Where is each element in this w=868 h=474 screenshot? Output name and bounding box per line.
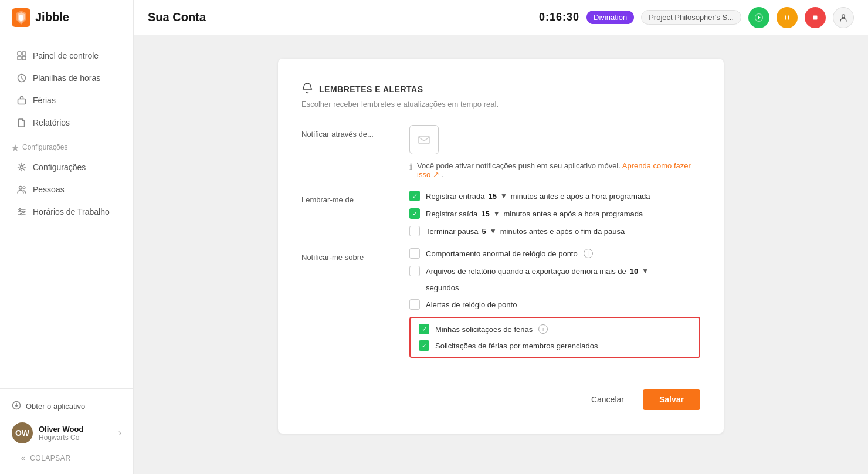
svg-point-19 — [842, 15, 845, 18]
dashboard-label: Painel de controle — [33, 51, 99, 60]
play-button[interactable] — [748, 7, 769, 28]
user-info: Oliver Wood Hogwarts Co — [39, 425, 113, 442]
svg-rect-7 — [18, 99, 26, 104]
notify-about-item-0: Comportamento anormal de relógio de pont… — [409, 248, 700, 259]
push-info-text: Você pode ativar notificações push em se… — [417, 161, 700, 179]
remind-item-1-before: Registrar saída — [426, 209, 477, 218]
briefcase-icon — [16, 95, 27, 106]
user-card[interactable]: OW Oliver Wood Hogwarts Co › — [9, 417, 124, 449]
cancel-button[interactable]: Cancelar — [579, 389, 636, 410]
user-menu-button[interactable] — [833, 7, 854, 28]
timer-display: 0:16:30 — [539, 11, 579, 23]
sidebar: Jibble Painel de controle Planilhas de h… — [0, 0, 134, 474]
jibble-logo-icon — [12, 8, 30, 27]
settings-label: Configurações — [33, 162, 86, 172]
clock-icon — [16, 73, 27, 83]
highlight-box: ✓ Minhas solicitações de férias i ✓ Soli… — [409, 317, 700, 358]
file-icon — [16, 117, 27, 128]
notify-about-item-1-number: 10 — [630, 267, 638, 276]
notify-about-checkbox-1[interactable] — [409, 266, 420, 276]
svg-rect-1 — [19, 15, 23, 21]
svg-rect-2 — [18, 52, 21, 55]
sidebar-item-dashboard[interactable]: Painel de controle — [5, 45, 128, 67]
get-app-label: Obter o aplicativo — [26, 402, 85, 411]
chevron-right-icon: › — [118, 428, 121, 438]
stop-button[interactable] — [805, 7, 826, 28]
highlight-checkbox-0[interactable]: ✓ — [419, 324, 429, 334]
grid-icon — [16, 50, 27, 61]
get-app-link[interactable]: Obter o aplicativo — [9, 396, 124, 417]
settings-icon — [16, 162, 27, 172]
svg-rect-5 — [22, 56, 26, 60]
users-icon — [16, 184, 27, 195]
remind-item-2: Terminar pausa 5 ▼ minutos antes e após … — [409, 226, 700, 236]
notify-about-item-1-before: Arquivos de relatório quando a exportaçã… — [426, 267, 626, 276]
collapse-button[interactable]: « COLAPSAR — [9, 449, 124, 467]
config-section-label: Configurações — [0, 134, 133, 156]
sidebar-item-people[interactable]: Pessoas — [5, 178, 128, 201]
info-icon: ℹ — [409, 162, 412, 171]
svg-rect-3 — [22, 52, 26, 55]
remind-item-1-dropdown[interactable]: ▼ — [493, 209, 500, 218]
svg-point-13 — [21, 214, 22, 215]
sidebar-item-vacations[interactable]: Férias — [5, 89, 128, 111]
project-badge[interactable]: Project Philosopher's S... — [641, 10, 741, 25]
sidebar-item-timesheets[interactable]: Planilhas de horas — [5, 67, 128, 89]
notify-about-checkbox-2[interactable] — [409, 299, 420, 310]
save-button[interactable]: Salvar — [643, 389, 700, 410]
highlight-checkbox-1[interactable]: ✓ — [419, 340, 429, 351]
svg-point-9 — [19, 187, 22, 189]
remind-item-0-number: 15 — [488, 192, 496, 201]
remind-checkbox-1[interactable]: ✓ — [409, 208, 420, 219]
notify-about-label: Notificar-me sobre — [301, 248, 395, 262]
svg-point-8 — [21, 166, 23, 169]
remind-item-1-number: 15 — [481, 209, 489, 218]
remind-checkbox-2[interactable] — [409, 226, 420, 236]
highlight-item-0-label: Minhas solicitações de férias — [435, 325, 533, 334]
remind-item-2-number: 5 — [482, 227, 486, 236]
svg-rect-20 — [419, 136, 429, 144]
svg-rect-4 — [18, 56, 21, 60]
notify-about-item-0-label: Comportamento anormal de relógio de pont… — [426, 249, 578, 258]
content-area: LEMBRETES E ALERTAS Escolher receber lem… — [134, 35, 868, 474]
user-name: Oliver Wood — [39, 425, 113, 434]
remind-item-2-dropdown[interactable]: ▼ — [490, 227, 497, 235]
remind-item-0-dropdown[interactable]: ▼ — [500, 192, 507, 200]
logo-text: Jibble — [35, 11, 69, 24]
page-title: Sua Conta — [148, 11, 206, 24]
sidebar-item-reports[interactable]: Relatórios — [5, 111, 128, 134]
section-header: LEMBRETES E ALERTAS — [301, 82, 700, 96]
section-desc: Escolher receber lembretes e atualizaçõe… — [301, 100, 700, 109]
svg-point-12 — [23, 211, 25, 213]
activity-badge[interactable]: Divination — [586, 11, 634, 24]
logo-area: Jibble — [0, 0, 133, 35]
highlight-item-0-info[interactable]: i — [538, 324, 548, 334]
download-icon — [12, 401, 21, 412]
sidebar-navigation: Painel de controle Planilhas de horas Fé… — [0, 35, 133, 388]
remind-item-1-after: minutos antes e após a hora programada — [504, 209, 643, 218]
email-notify-button[interactable] — [409, 125, 439, 154]
remind-controls: ✓ Registrar entrada 15 ▼ minutos antes e… — [409, 191, 700, 236]
notify-label: Notificar através de... — [301, 125, 395, 138]
pause-button[interactable] — [777, 7, 798, 28]
sidebar-item-settings[interactable]: Configurações — [5, 156, 128, 178]
notify-about-item-1-dropdown[interactable]: ▼ — [642, 267, 649, 275]
notify-about-checkbox-0[interactable] — [409, 248, 420, 259]
remind-item-0: ✓ Registrar entrada 15 ▼ minutos antes e… — [409, 191, 700, 201]
remind-item-1: ✓ Registrar saída 15 ▼ minutos antes e a… — [409, 208, 700, 219]
notify-about-item-1: Arquivos de relatório quando a exportaçã… — [409, 266, 700, 276]
collapse-icon: « — [21, 454, 25, 462]
svg-rect-16 — [785, 15, 787, 19]
notify-about-item-1-after: segundos — [409, 283, 700, 292]
sidebar-item-work-schedules[interactable]: Horários de Trabalho — [5, 201, 128, 223]
user-org: Hogwarts Co — [39, 434, 113, 442]
avatar: OW — [12, 422, 33, 443]
remind-checkbox-0[interactable]: ✓ — [409, 191, 420, 201]
header: Sua Conta 0:16:30 Divination Project Phi… — [134, 0, 868, 35]
sidebar-footer: Obter o aplicativo OW Oliver Wood Hogwar… — [0, 388, 133, 474]
remind-item-2-before: Terminar pausa — [426, 227, 479, 236]
main-area: Sua Conta 0:16:30 Divination Project Phi… — [134, 0, 868, 474]
remind-row: Lembrar-me de ✓ Registrar entrada 15 ▼ m… — [301, 191, 700, 236]
notify-about-item-0-info[interactable]: i — [584, 249, 593, 258]
svg-point-10 — [23, 187, 25, 189]
